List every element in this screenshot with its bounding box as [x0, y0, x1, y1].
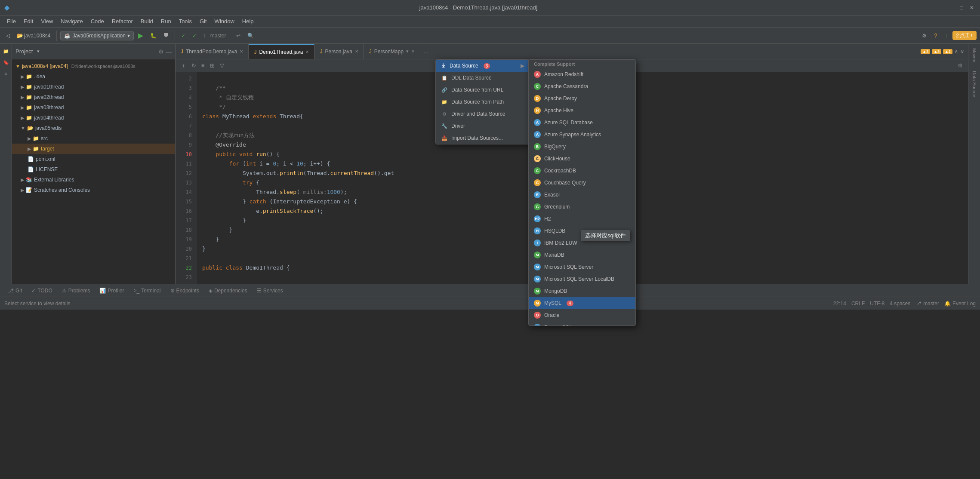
menu-git[interactable]: Git — [196, 17, 210, 26]
nav-up-icon[interactable]: ∧ — [954, 48, 958, 55]
settings-ed-button[interactable]: ⚙ — [956, 61, 965, 70]
tab-personmapp-close[interactable]: ✕ — [411, 49, 415, 54]
menu-tools[interactable]: Tools — [176, 17, 195, 26]
db-azure-synapse[interactable]: A Azure Synapse Analytics — [529, 129, 635, 141]
tree-idea[interactable]: ▶ 📁 .idea — [12, 71, 175, 82]
db-oracle[interactable]: O Oracle — [529, 309, 635, 321]
panel-collapse-icon[interactable]: — — [166, 48, 172, 55]
status-crlf[interactable]: CRLF — [851, 301, 865, 307]
tree-pom[interactable]: 📄 pom.xml — [12, 154, 175, 164]
panel-settings-icon[interactable]: ⚙ — [158, 48, 164, 55]
import-datasources-item[interactable]: 📥 Import Data Sources... — [436, 132, 530, 144]
refresh-button[interactable]: ↻ — [190, 61, 198, 70]
status-encoding[interactable]: UTF-8 — [870, 301, 884, 307]
minimize-button[interactable]: — — [947, 4, 955, 12]
db-bigquery[interactable]: B BigQuery — [529, 141, 635, 153]
layout-button[interactable]: ⊞ — [208, 61, 216, 70]
back-button[interactable]: ◁ — [3, 31, 12, 40]
datasource-label[interactable]: Data Source — [970, 67, 979, 101]
db-cockroachdb[interactable]: C CockroachDB — [529, 165, 635, 177]
tree-java02thread[interactable]: ▶ 📁 java02thread — [12, 92, 175, 102]
tab-person-close[interactable]: ✕ — [355, 49, 358, 54]
db-mysql[interactable]: M MySQL 4 — [529, 297, 635, 309]
add-datasource-button[interactable]: ＋ — [179, 61, 188, 71]
project-icon[interactable]: 📁 — [1, 46, 11, 56]
driver-item[interactable]: 🔧 Driver — [436, 120, 530, 132]
driver-datasource-item[interactable]: ⚙ Driver and Data Source — [436, 108, 530, 120]
db-apache-hive[interactable]: H Apache Hive — [529, 104, 635, 117]
db-h2[interactable]: H2 H2 — [529, 213, 635, 225]
datasource-from-url-item[interactable]: 🔗 Data Source from URL — [436, 84, 530, 96]
tab-demo1thread[interactable]: J Demo1Thread.java ✕ — [249, 44, 314, 59]
status-event-log[interactable]: 🔔 Event Log — [944, 301, 976, 307]
db-exasol[interactable]: E Exasol — [529, 189, 635, 201]
tab-threadpooldemo-close[interactable]: ✕ — [240, 49, 243, 54]
bottom-tab-services[interactable]: ☰ Services — [253, 286, 287, 295]
db-apache-derby[interactable]: D Apache Derby — [529, 92, 635, 104]
run-button[interactable]: ▶ — [136, 30, 146, 41]
tree-java04thread[interactable]: ▶ 📁 java04thread — [12, 113, 175, 123]
datasource-menu-header[interactable]: 🗄 Data Source 3 ▶ — [436, 60, 530, 72]
tree-src[interactable]: ▶ 📁 src — [12, 133, 175, 144]
filter-button[interactable]: ▽ — [218, 61, 226, 70]
git-commit-button[interactable]: ✓ — [190, 31, 199, 40]
undo-button[interactable]: ↩ — [234, 31, 243, 40]
format-button[interactable]: ≡ — [200, 61, 206, 70]
menu-edit[interactable]: Edit — [20, 17, 37, 26]
menu-run[interactable]: Run — [157, 17, 175, 26]
tree-external-libraries[interactable]: ▶ 📚 External Libraries — [12, 175, 175, 185]
db-couchbase[interactable]: C Couchbase Query — [529, 177, 635, 189]
status-indent[interactable]: 4 spaces — [890, 301, 910, 307]
bottom-tab-git[interactable]: ⎇ Git — [3, 286, 26, 295]
bottom-tab-dependencies[interactable]: ◈ Dependencies — [204, 286, 252, 295]
updates-button[interactable]: ↑ — [942, 31, 950, 40]
maximize-button[interactable]: □ — [958, 4, 965, 12]
bottom-tab-endpoints[interactable]: ⊕ Endpoints — [166, 286, 203, 295]
settings-button[interactable]: ⚙ — [919, 31, 929, 40]
menu-navigate[interactable]: Navigate — [57, 17, 86, 26]
menu-window[interactable]: Window — [211, 17, 238, 26]
notification-button[interactable]: 2 点击+ — [952, 31, 977, 40]
status-branch[interactable]: ⎇ master — [915, 301, 939, 307]
db-greenplum[interactable]: G Greenplum — [529, 201, 635, 213]
tree-java01thread[interactable]: ▶ 📁 java01thread — [12, 82, 175, 92]
db-mssql[interactable]: M Microsoft SQL Server — [529, 261, 635, 273]
tree-root[interactable]: ▼ java1008s4 [java04] D:\idea\workspaces… — [12, 61, 175, 71]
tree-license[interactable]: 📄 LICENSE — [12, 164, 175, 175]
menu-build[interactable]: Build — [137, 17, 157, 26]
menu-view[interactable]: View — [37, 17, 56, 26]
tree-scratches-consoles[interactable]: ▶ 📝 Scratches and Consoles — [12, 185, 175, 195]
bottom-tab-todo[interactable]: ✓ TODO — [27, 286, 56, 295]
structure-icon[interactable]: ≡ — [1, 69, 11, 78]
datasource-from-path-item[interactable]: 📁 Data Source from Path — [436, 96, 530, 108]
nav-down-icon[interactable]: ∨ — [960, 48, 965, 55]
help-icon-button[interactable]: ? — [932, 31, 940, 40]
search-button[interactable]: 🔍 — [245, 31, 256, 40]
bottom-tab-terminal[interactable]: >_ Terminal — [129, 286, 165, 295]
db-mongodb[interactable]: M MongoDB — [529, 285, 635, 297]
tab-personmapp[interactable]: J PersonMapp ▾ ✕ — [364, 44, 420, 59]
tree-target[interactable]: ▶ 📁 target — [12, 144, 175, 154]
tab-threadpooldemo[interactable]: J ThreadPoolDemo.java ✕ — [176, 44, 249, 59]
more-tabs-button[interactable]: ... — [420, 48, 432, 55]
ddl-datasource-item[interactable]: 📋 DDL Data Source — [436, 72, 530, 84]
coverage-button[interactable]: ⛊ — [161, 31, 171, 40]
tree-java05redis[interactable]: ▼ 📂 java05redis — [12, 123, 175, 133]
bookmarks-icon[interactable]: 🔖 — [1, 58, 11, 67]
git-push-button[interactable]: ↑ — [201, 31, 209, 40]
git-update-button[interactable]: ✓ — [179, 31, 188, 40]
tab-person[interactable]: J Person.java ✕ — [314, 44, 364, 59]
menu-file[interactable]: File — [3, 17, 19, 26]
menu-help[interactable]: Help — [239, 17, 257, 26]
menu-refactor[interactable]: Refactor — [108, 17, 136, 26]
maven-label[interactable]: Maven — [970, 44, 979, 67]
close-button[interactable]: ✕ — [968, 4, 976, 12]
project-selector[interactable]: 📂 java1008s4 — [14, 31, 53, 40]
bottom-tab-profiler[interactable]: 📊 Profiler — [95, 286, 128, 295]
db-mariadb[interactable]: M MariaDB — [529, 249, 635, 261]
db-clickhouse[interactable]: C ClickHouse — [529, 153, 635, 165]
menu-code[interactable]: Code — [87, 17, 108, 26]
db-postgresql[interactable]: P PostgreSQL — [529, 321, 635, 326]
debug-button[interactable]: 🐛 — [148, 31, 159, 40]
db-apache-cassandra[interactable]: C Apache Cassandra — [529, 80, 635, 92]
